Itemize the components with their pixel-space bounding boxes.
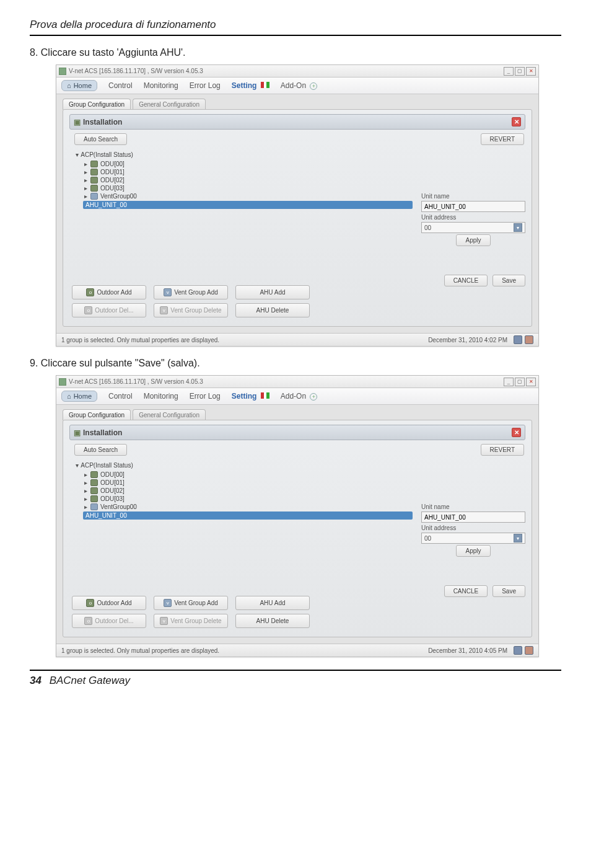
save-button[interactable]: Save	[492, 275, 525, 286]
menu-setting[interactable]: Setting	[232, 392, 269, 401]
tree-node-ventgroup[interactable]: ▸VentGroup00	[83, 503, 413, 510]
menu-addon[interactable]: Add-On +	[281, 81, 318, 90]
odu-icon	[90, 479, 98, 486]
main-toolbar: ⌂ Home Control Monitoring Error Log Sett…	[56, 388, 538, 405]
tree-node-odu3[interactable]: ▸ODU[03]	[83, 185, 413, 192]
status-time: December 31, 2010 4:05 PM	[428, 647, 507, 654]
menu-addon[interactable]: Add-On +	[281, 392, 318, 401]
menu-control[interactable]: Control	[108, 81, 133, 90]
vent-group-del-button[interactable]: vVent Group Delete	[154, 614, 228, 628]
ahu-del-button[interactable]: AHU Delete	[235, 614, 310, 628]
close-icon[interactable]: ✕	[526, 378, 536, 386]
ahu-add-button[interactable]: AHU Add	[235, 596, 310, 610]
button-label: AHU Add	[260, 289, 285, 296]
unit-name-field[interactable]	[421, 201, 525, 212]
outdoor-add-button[interactable]: oOutdoor Add	[72, 596, 146, 610]
tab-general-config[interactable]: General Configuration	[133, 409, 206, 420]
tab-general-config[interactable]: General Configuration	[133, 99, 206, 110]
apply-button[interactable]: Apply	[456, 545, 490, 557]
status-text: 1 group is selected. Only mutual propert…	[61, 337, 219, 343]
tab-group-config[interactable]: Group Configuration	[63, 409, 131, 420]
auto-search-button[interactable]: Auto Search	[74, 133, 127, 145]
button-label: Outdoor Del...	[95, 618, 133, 624]
panel-close-icon[interactable]: ✕	[512, 428, 521, 437]
collapse-icon[interactable]: ▾	[74, 462, 79, 469]
ahu-add-button[interactable]: AHU Add	[235, 285, 310, 299]
home-button[interactable]: ⌂ Home	[61, 80, 97, 91]
vent-group-del-button[interactable]: vVent Group Delete	[154, 303, 228, 317]
tree-node-label: ODU[02]	[100, 487, 125, 494]
tree-node-label: AHU_UNIT_00	[85, 512, 127, 519]
home-button[interactable]: ⌂ Home	[61, 391, 97, 402]
tree-node-odu2[interactable]: ▸ODU[02]	[83, 177, 413, 184]
tree-node-label: ODU[00]	[100, 471, 125, 478]
menu-errorlog[interactable]: Error Log	[190, 81, 221, 90]
outdoor-add-button[interactable]: oOutdoor Add	[72, 285, 146, 299]
cancle-button[interactable]: CANCLE	[444, 585, 488, 597]
tree-node-label: ODU[03]	[100, 495, 125, 502]
status-time: December 31, 2010 4:02 PM	[428, 337, 507, 343]
cancle-button[interactable]: CANCLE	[444, 275, 488, 286]
tree-node-ahu-selected[interactable]: AHU_UNIT_00	[83, 201, 413, 209]
tab-group-config[interactable]: Group Configuration	[63, 99, 131, 110]
vent-group-add-button[interactable]: vVent Group Add	[154, 596, 228, 610]
outdoor-del-button[interactable]: oOutdoor Del...	[72, 303, 146, 317]
unit-name-label: Unit name	[421, 193, 525, 200]
ahu-del-button[interactable]: AHU Delete	[235, 303, 310, 317]
menu-setting-label: Setting	[232, 81, 257, 90]
menu-setting[interactable]: Setting	[232, 81, 269, 90]
button-label: AHU Add	[260, 600, 285, 606]
vent-icon: v	[160, 306, 168, 314]
tree-node-odu3[interactable]: ▸ODU[03]	[83, 495, 413, 502]
maximize-icon[interactable]: ▢	[515, 378, 525, 386]
plus-icon: +	[310, 82, 317, 90]
tree-node-ventgroup[interactable]: ▸VentGroup00	[83, 193, 413, 200]
select-value: 00	[424, 224, 431, 231]
maximize-icon[interactable]: ▢	[515, 67, 525, 76]
close-icon[interactable]: ✕	[526, 67, 536, 76]
button-label: Outdoor Add	[97, 600, 131, 606]
panel-close-icon[interactable]: ✕	[512, 117, 521, 126]
menu-monitoring[interactable]: Monitoring	[144, 81, 178, 90]
page-header: Prova della procedura di funzionamento	[30, 19, 561, 36]
save-button[interactable]: Save	[492, 585, 525, 597]
device-tree: ▾ ACP(Install Status) ▸ODU[00] ▸ODU[01] …	[69, 149, 413, 277]
collapse-icon[interactable]: ▾	[74, 151, 79, 158]
tree-icon: ▣	[74, 118, 81, 126]
tree-node-odu2[interactable]: ▸ODU[02]	[83, 487, 413, 494]
minimize-icon[interactable]: _	[504, 378, 514, 386]
menu-errorlog[interactable]: Error Log	[190, 392, 221, 401]
menu-setting-label: Setting	[232, 392, 257, 401]
tree-node-ahu-selected[interactable]: AHU_UNIT_00	[83, 512, 413, 520]
apply-button[interactable]: Apply	[456, 234, 490, 246]
vent-group-add-button[interactable]: vVent Group Add	[154, 285, 228, 299]
menu-control[interactable]: Control	[108, 392, 133, 401]
tree-node-label: VentGroup00	[100, 193, 137, 200]
minimize-icon[interactable]: _	[504, 67, 514, 76]
status-text: 1 group is selected. Only mutual propert…	[61, 647, 219, 654]
tree-node-odu0[interactable]: ▸ODU[00]	[83, 161, 413, 167]
unit-name-field[interactable]	[421, 512, 525, 523]
tree-node-label: ODU[01]	[100, 169, 125, 175]
tree-node-odu1[interactable]: ▸ODU[01]	[83, 169, 413, 175]
unit-address-select[interactable]: 00 ▾	[421, 533, 525, 544]
plus-icon: +	[310, 393, 317, 401]
tree-node-odu1[interactable]: ▸ODU[01]	[83, 479, 413, 486]
tree-icon: ▣	[74, 428, 81, 437]
button-label: Vent Group Add	[174, 289, 218, 296]
revert-button[interactable]: REVERT	[481, 133, 524, 145]
page-number: 34	[30, 675, 42, 686]
unit-address-select[interactable]: 00 ▾	[421, 222, 525, 233]
chevron-down-icon: ▾	[514, 534, 522, 542]
outdoor-del-button[interactable]: oOutdoor Del...	[72, 614, 146, 628]
flags-icon	[261, 82, 269, 88]
window-title: V-net ACS [165.186.11.170] , S/W version…	[69, 68, 203, 74]
tree-node-odu0[interactable]: ▸ODU[00]	[83, 471, 413, 478]
screenshot-2: V-net ACS [165.186.11.170] , S/W version…	[56, 375, 539, 657]
revert-button[interactable]: REVERT	[481, 444, 524, 456]
button-label: Outdoor Del...	[95, 307, 133, 314]
auto-search-button[interactable]: Auto Search	[74, 444, 127, 456]
menu-monitoring[interactable]: Monitoring	[144, 392, 178, 401]
odu-icon: o	[86, 599, 94, 607]
panel-title: Installation	[83, 428, 122, 437]
